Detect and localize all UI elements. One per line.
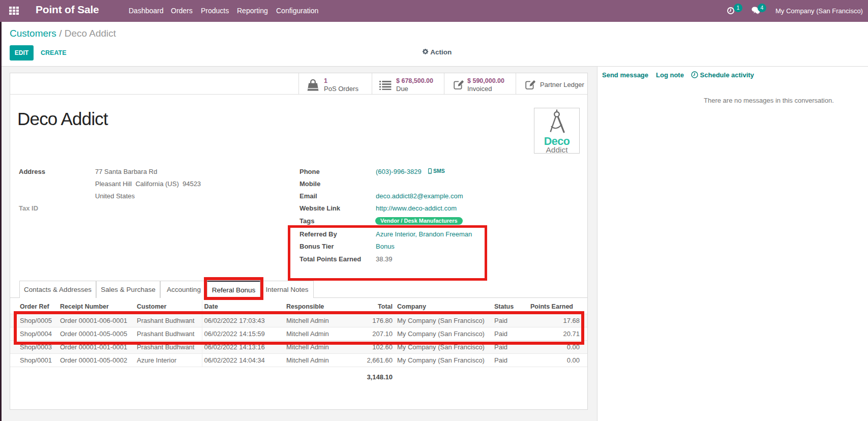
svg-text:Addict: Addict [546, 145, 568, 153]
